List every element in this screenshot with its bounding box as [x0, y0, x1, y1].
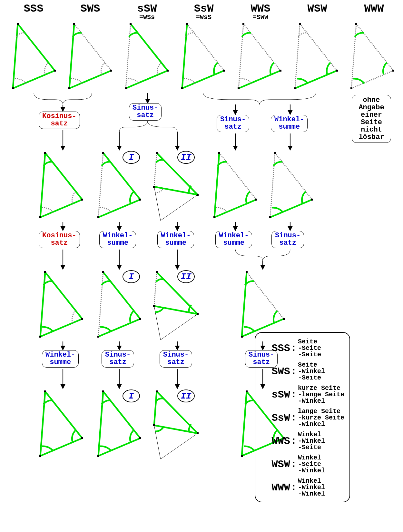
tri-sss-4	[39, 390, 83, 457]
header-sss: SSS	[10, 3, 57, 21]
svg-rect-80	[269, 216, 271, 218]
roman-II-3: II	[177, 389, 195, 402]
box-sinus-2: Sinus- satz	[217, 115, 249, 132]
svg-rect-40	[355, 23, 357, 25]
header-ssw-lower: sSW =WSs	[123, 3, 171, 21]
svg-rect-82	[311, 199, 313, 201]
svg-rect-4	[17, 23, 19, 25]
svg-rect-115	[241, 336, 243, 338]
tri-sss-1	[12, 23, 56, 89]
svg-rect-117	[283, 318, 285, 320]
svg-line-13	[131, 24, 168, 71]
svg-rect-143	[153, 424, 155, 426]
diagram-container: SSS SWS sSW =WSs SsW =WsS WWS =SWW WSW W…	[3, 3, 403, 532]
legend-row: SsW: lange Seite-kurze Seite-Winkel	[259, 408, 344, 428]
svg-rect-5	[54, 70, 56, 72]
svg-line-108	[161, 314, 198, 340]
svg-rect-68	[153, 186, 155, 188]
svg-rect-55	[44, 152, 46, 154]
box-sinus-1: Sinus- satz	[129, 103, 162, 121]
svg-rect-111	[197, 313, 199, 315]
svg-rect-135	[97, 455, 99, 457]
svg-rect-23	[223, 70, 225, 72]
legend-row: WWS: Winkel-Winkel-Seite	[259, 431, 344, 451]
header-www: WWW	[350, 3, 398, 21]
box-winkel-I: Winkel-summe	[99, 231, 136, 248]
tri-ssw-upper-1	[181, 23, 225, 89]
box-kosinus-1: Kosinus- satz	[39, 112, 80, 129]
header-sws: SWS	[66, 3, 114, 21]
svg-rect-17	[167, 70, 169, 72]
svg-rect-9	[68, 87, 70, 89]
legend-row: sSW: kurze Seite-lange Seite-Winkel	[259, 385, 344, 404]
roman-II-2: II	[177, 270, 195, 283]
legend-box: SSS: Seite-Seite-Seite SWS: Seite-Winkel…	[255, 332, 350, 502]
svg-rect-61	[102, 152, 104, 154]
svg-rect-35	[336, 70, 338, 72]
tri-merged-3	[241, 271, 285, 338]
svg-rect-103	[139, 318, 141, 320]
svg-rect-21	[181, 87, 183, 89]
svg-rect-70	[197, 194, 199, 196]
svg-rect-149	[241, 455, 243, 457]
header-ssw-upper: SsW =WsS	[180, 3, 228, 21]
svg-rect-136	[102, 390, 104, 392]
svg-rect-28	[242, 23, 244, 25]
svg-rect-131	[81, 437, 83, 439]
svg-line-127	[45, 391, 82, 438]
svg-rect-15	[125, 87, 127, 89]
svg-rect-62	[139, 199, 141, 201]
roman-I-2: I	[123, 270, 140, 283]
svg-rect-29	[280, 70, 281, 72]
svg-line-19	[187, 24, 224, 71]
svg-rect-145	[197, 432, 199, 434]
roman-I-3: I	[123, 389, 140, 402]
svg-rect-96	[44, 271, 46, 273]
svg-rect-95	[39, 336, 41, 338]
box-winkel-ssw: Winkel-summe	[215, 231, 252, 248]
svg-rect-75	[218, 152, 220, 154]
svg-rect-97	[81, 318, 83, 320]
tri-www-1	[350, 23, 394, 89]
svg-line-52	[45, 153, 82, 200]
box-sinus-I: Sinus-satz	[102, 350, 134, 368]
roman-I-1: I	[123, 151, 140, 164]
legend-row: WWW: Winkel-Winkel-Winkel	[259, 478, 344, 497]
tri-sss-2	[39, 152, 83, 218]
svg-line-104	[154, 272, 157, 306]
roman-II-1: II	[177, 151, 195, 164]
header-wws: WWS =SWW	[237, 3, 284, 21]
svg-rect-109	[153, 305, 155, 307]
box-kosinus-2: Kosinus-satz	[39, 231, 80, 248]
legend-row: SSS: Seite-Seite-Seite	[259, 339, 344, 358]
svg-line-72	[219, 153, 256, 200]
svg-line-142	[161, 433, 198, 459]
svg-line-31	[300, 24, 337, 71]
svg-rect-81	[274, 152, 276, 154]
svg-rect-3	[12, 87, 14, 89]
svg-rect-39	[350, 87, 352, 89]
svg-rect-144	[156, 390, 158, 392]
svg-rect-130	[44, 390, 46, 392]
svg-rect-150	[246, 390, 248, 392]
svg-rect-69	[156, 152, 158, 154]
svg-rect-33	[294, 87, 296, 89]
svg-rect-137	[139, 437, 141, 439]
svg-rect-101	[97, 336, 99, 338]
svg-line-138	[154, 391, 157, 425]
box-winkel-1: Winkel- summe	[271, 115, 308, 132]
svg-rect-16	[130, 23, 132, 25]
header-wsw: WSW	[293, 3, 341, 21]
svg-line-1	[18, 24, 55, 71]
legend-row: SWS: Seite-Winkel-Seite	[259, 362, 344, 381]
svg-rect-27	[238, 87, 240, 89]
svg-line-93	[45, 272, 82, 319]
svg-line-67	[161, 195, 198, 221]
svg-rect-129	[39, 455, 41, 457]
svg-rect-22	[186, 23, 188, 25]
svg-rect-60	[97, 216, 99, 218]
svg-rect-11	[110, 70, 112, 72]
tri-wws-2	[269, 152, 313, 218]
svg-rect-74	[213, 216, 215, 218]
svg-rect-56	[81, 199, 83, 201]
